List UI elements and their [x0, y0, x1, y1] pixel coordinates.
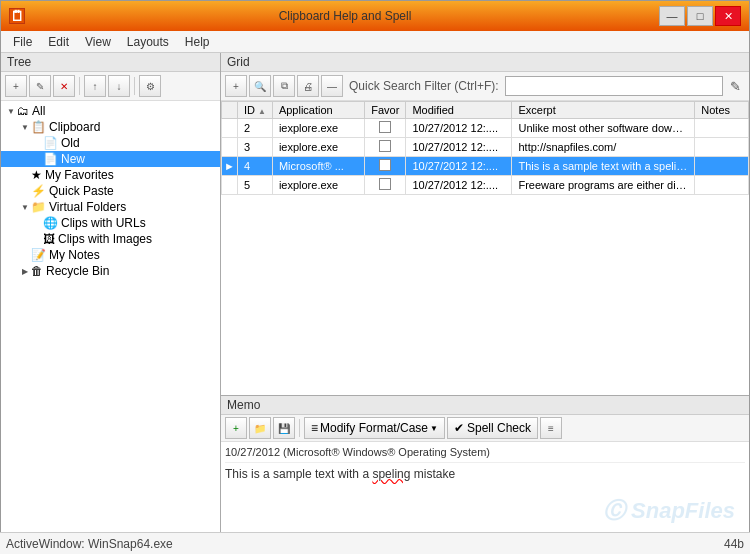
notes-cell: [695, 119, 749, 138]
col-id-header[interactable]: ID ▲: [237, 102, 272, 119]
fav-cell: ✓: [365, 157, 406, 176]
mod-cell: 10/27/2012 12:....: [406, 119, 512, 138]
memo-toolbar: + 📁 💾 ≡ Modify Format/Case ▼ ✔ Spell Che…: [221, 415, 749, 442]
table-row[interactable]: 2iexplore.exe10/27/2012 12:....Unlike mo…: [222, 119, 749, 138]
col-mod-header[interactable]: Modified: [406, 102, 512, 119]
tree-item-icon-quickpaste: ⚡: [31, 184, 46, 198]
data-grid[interactable]: ID ▲ Application Favor Modified Excerpt …: [221, 101, 749, 395]
modify-arrow-icon: ▼: [430, 424, 438, 433]
grid-print-button[interactable]: 🖨: [297, 75, 319, 97]
tree-item-favorites[interactable]: ★My Favorites: [1, 167, 220, 183]
app-cell: iexplore.exe: [272, 119, 364, 138]
memo-add-button[interactable]: +: [225, 417, 247, 439]
tree-move-down-button[interactable]: ↓: [108, 75, 130, 97]
col-notes-header[interactable]: Notes: [695, 102, 749, 119]
col-app-header[interactable]: Application: [272, 102, 364, 119]
app-icon: 🗒: [9, 8, 25, 24]
tree-add-button[interactable]: +: [5, 75, 27, 97]
tree-expand-recyclebin[interactable]: ▶: [19, 267, 31, 276]
tree-item-clipboard[interactable]: ▼📋Clipboard: [1, 119, 220, 135]
search-input[interactable]: [505, 76, 723, 96]
modify-format-button[interactable]: ≡ Modify Format/Case ▼: [304, 417, 445, 439]
tree-item-quickpaste[interactable]: ⚡Quick Paste: [1, 183, 220, 199]
tree-item-icon-old: 📄: [43, 136, 58, 150]
mod-cell: 10/27/2012 12:....: [406, 176, 512, 195]
memo-panel-header: Memo: [221, 396, 749, 415]
right-panel: Grid + 🔍 ⧉ 🖨 — Quick Search Filter (Ctrl…: [221, 53, 749, 554]
title-bar: 🗒 Clipboard Help and Spell — □ ✕: [1, 1, 749, 31]
tree-delete-button[interactable]: ✕: [53, 75, 75, 97]
table-row[interactable]: ►4Microsoft® ...✓10/27/2012 12:....This …: [222, 157, 749, 176]
exc-cell: This is a sample text with a speling mis…: [512, 157, 695, 176]
fav-cell: [365, 176, 406, 195]
search-clear-button[interactable]: ✎: [725, 76, 745, 96]
tree-item-clipswithimages[interactable]: 🖼Clips with Images: [1, 231, 220, 247]
tree-item-icon-clipswithurls: 🌐: [43, 216, 58, 230]
tree-item-label-old: Old: [61, 136, 80, 150]
table-row[interactable]: 5iexplore.exe10/27/2012 12:....Freeware …: [222, 176, 749, 195]
fav-checkbox[interactable]: ✓: [379, 159, 391, 171]
memo-folder-button[interactable]: 📁: [249, 417, 271, 439]
exc-cell: http://snapfiles.com/: [512, 138, 695, 157]
tree-item-icon-mynotes: 📝: [31, 248, 46, 262]
grid-add-button[interactable]: +: [225, 75, 247, 97]
col-exc-header[interactable]: Excerpt: [512, 102, 695, 119]
toolbar-separator-2: [134, 77, 135, 95]
tree-item-mynotes[interactable]: 📝My Notes: [1, 247, 220, 263]
app-cell: Microsoft® ...: [272, 157, 364, 176]
spell-check-button[interactable]: ✔ Spell Check: [447, 417, 538, 439]
menu-edit[interactable]: Edit: [40, 33, 77, 51]
indicator-cell: ►: [222, 157, 238, 176]
tree-item-clipswithurls[interactable]: 🌐Clips with URLs: [1, 215, 220, 231]
spell-icon: ✔: [454, 421, 464, 435]
tree-item-old[interactable]: 📄Old: [1, 135, 220, 151]
tree-item-icon-recyclebin: 🗑: [31, 264, 43, 278]
mod-cell: 10/27/2012 12:....: [406, 138, 512, 157]
tree-move-up-button[interactable]: ↑: [84, 75, 106, 97]
tree-item-icon-favorites: ★: [31, 168, 42, 182]
memo-save-button[interactable]: 💾: [273, 417, 295, 439]
grid-minus-button[interactable]: —: [321, 75, 343, 97]
tree-item-icon-new: 📄: [43, 152, 58, 166]
tree-item-label-mynotes: My Notes: [49, 248, 100, 262]
tree-item-label-clipswithurls: Clips with URLs: [61, 216, 146, 230]
minimize-button[interactable]: —: [659, 6, 685, 26]
tree-item-label-clipboard: Clipboard: [49, 120, 100, 134]
status-text: ActiveWindow: WinSnap64.exe: [6, 537, 173, 551]
tree-expand-clipboard[interactable]: ▼: [19, 123, 31, 132]
grid-search-button[interactable]: 🔍: [249, 75, 271, 97]
status-bar: ActiveWindow: WinSnap64.exe 44b: [0, 532, 750, 554]
grid-copy-button[interactable]: ⧉: [273, 75, 295, 97]
indicator-cell: [222, 176, 238, 195]
tree-edit-button[interactable]: ✎: [29, 75, 51, 97]
maximize-button[interactable]: □: [687, 6, 713, 26]
table-row[interactable]: 3iexplore.exe10/27/2012 12:....http://sn…: [222, 138, 749, 157]
tree-item-icon-all: 🗂: [17, 104, 29, 118]
app-cell: iexplore.exe: [272, 138, 364, 157]
tree-expand-virtualfolders[interactable]: ▼: [19, 203, 31, 212]
memo-sep: [299, 419, 300, 437]
id-cell: 4: [237, 157, 272, 176]
tree-expand-all[interactable]: ▼: [5, 107, 17, 116]
memo-options-button[interactable]: ≡: [540, 417, 562, 439]
tree-item-recyclebin[interactable]: ▶🗑Recycle Bin: [1, 263, 220, 279]
tree-item-virtualfolders[interactable]: ▼📁Virtual Folders: [1, 199, 220, 215]
menu-view[interactable]: View: [77, 33, 119, 51]
grid-panel-header: Grid: [221, 53, 749, 72]
tree-item-new[interactable]: 📄New: [1, 151, 220, 167]
fav-checkbox[interactable]: [379, 140, 391, 152]
menu-layouts[interactable]: Layouts: [119, 33, 177, 51]
toolbar-separator: [79, 77, 80, 95]
fav-checkbox[interactable]: [379, 178, 391, 190]
fav-cell: [365, 119, 406, 138]
tree-item-all[interactable]: ▼🗂All: [1, 103, 220, 119]
menu-file[interactable]: File: [5, 33, 40, 51]
col-fav-header[interactable]: Favor: [365, 102, 406, 119]
title-bar-controls: — □ ✕: [659, 6, 741, 26]
tree-settings-button[interactable]: ⚙: [139, 75, 161, 97]
menu-help[interactable]: Help: [177, 33, 218, 51]
status-right: 44b: [724, 537, 744, 551]
notes-cell: [695, 138, 749, 157]
close-button[interactable]: ✕: [715, 6, 741, 26]
fav-checkbox[interactable]: [379, 121, 391, 133]
